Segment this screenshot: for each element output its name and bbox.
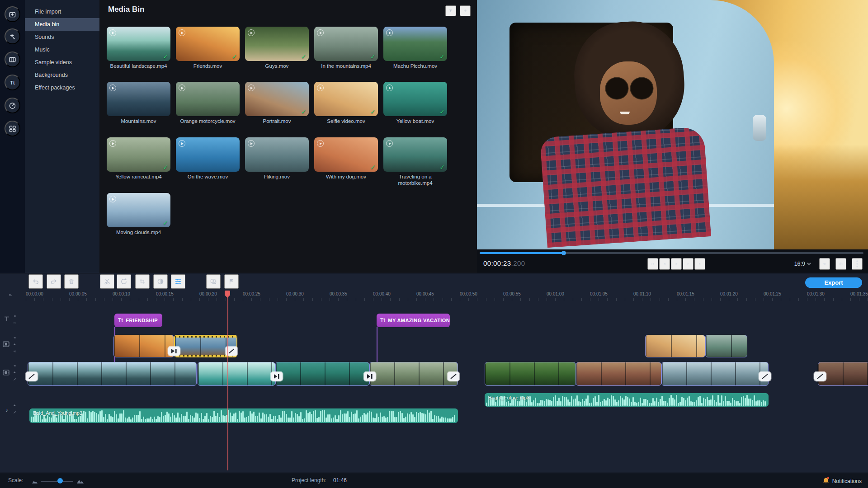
sidebar-item-file-import[interactable]: File import — [25, 5, 99, 18]
media-item[interactable]: ✓Yellow raincoat.mp4 — [107, 137, 170, 180]
rotate-button[interactable] — [117, 274, 131, 289]
media-thumbnail[interactable] — [245, 137, 309, 172]
media-item[interactable]: On the wave.mov — [176, 137, 240, 180]
media-thumbnail[interactable] — [176, 82, 240, 116]
previous-frame-button[interactable] — [659, 258, 670, 270]
transitions-icon[interactable] — [5, 52, 20, 67]
media-item[interactable]: ✓Beautiful landscape.mp4 — [107, 27, 170, 69]
timeline-scale-handle[interactable] — [57, 478, 63, 483]
media-thumbnail[interactable] — [107, 82, 170, 116]
preview-seek-bar[interactable] — [480, 252, 863, 254]
media-item[interactable]: ✓Portrait.mov — [245, 82, 309, 124]
media-item[interactable]: ✓In the mountains.mp4 — [314, 27, 378, 69]
audio-clip[interactable]: Bold_And_Young.mp3 — [29, 408, 458, 423]
media-item[interactable]: ✓Moving clouds.mp4 — [107, 193, 170, 235]
delete-button[interactable] — [64, 274, 79, 289]
sidebar-item-music[interactable]: Music — [25, 43, 99, 56]
filter-icon[interactable] — [445, 5, 456, 16]
titles-icon[interactable]: Tt — [5, 75, 20, 90]
media-thumbnail[interactable]: ✓ — [245, 27, 309, 61]
preview-video[interactable] — [477, 0, 868, 249]
video-clip-landscape[interactable] — [661, 362, 769, 386]
video-track-visibility-eye-icon[interactable] — [11, 362, 19, 369]
media-thumbnail[interactable]: ✓ — [107, 27, 170, 61]
filters-wand-icon[interactable] — [5, 28, 20, 44]
transition-icon[interactable] — [364, 372, 376, 381]
video-clip-forest[interactable] — [485, 362, 576, 386]
zoom-out-icon[interactable] — [31, 478, 38, 486]
title-clip[interactable]: Tt FRIENDSHIP — [114, 314, 162, 327]
transition-empty-icon[interactable] — [26, 372, 38, 381]
undo-button[interactable] — [28, 274, 43, 289]
audio-clip[interactable]: Bright_Future.mp3 — [485, 393, 769, 407]
media-item[interactable]: ✓Selfie video.mov — [314, 82, 378, 124]
media-item[interactable]: ✓With my dog.mov — [314, 137, 378, 180]
overlay-button[interactable] — [206, 274, 221, 289]
media-item[interactable]: ✓Yellow boat.mov — [383, 82, 447, 124]
sidebar-item-sample-videos[interactable]: Sample videos — [25, 56, 99, 69]
media-thumbnail[interactable] — [176, 137, 240, 172]
overlay-clip-friends[interactable] — [113, 335, 174, 357]
transition-empty-icon[interactable] — [448, 372, 459, 381]
split-scissors-button[interactable] — [100, 274, 114, 289]
title-clip[interactable]: Tt MY AMAZING VACATION — [377, 314, 450, 327]
timeline-ruler[interactable]: 00:00:0000:00:0500:00:1000:00:1500:00:20… — [0, 291, 868, 301]
title-track-link-icon[interactable] — [11, 319, 19, 326]
sidebar-item-media-bin[interactable]: Media bin — [25, 18, 99, 31]
media-thumbnail[interactable]: ✓ — [107, 193, 170, 227]
media-thumbnail[interactable]: ✓ — [176, 27, 240, 61]
seek-handle[interactable] — [561, 251, 566, 255]
playhead-line[interactable] — [227, 295, 228, 470]
redo-button[interactable] — [47, 274, 61, 289]
stickers-icon[interactable] — [5, 98, 20, 113]
media-thumbnail[interactable]: ✓ — [314, 137, 378, 172]
video-clip-teal-water[interactable] — [198, 362, 275, 386]
clip-properties-button[interactable] — [171, 274, 185, 289]
crop-button[interactable] — [135, 274, 150, 289]
overlay-track-link-icon[interactable] — [11, 347, 19, 355]
transition-empty-icon[interactable] — [814, 372, 826, 381]
more-tools-grid-icon[interactable] — [5, 121, 20, 136]
add-track-icon[interactable] — [6, 291, 14, 299]
media-thumbnail[interactable]: ✓ — [245, 82, 309, 116]
skip-to-end-button[interactable] — [694, 258, 705, 270]
video-clip-mountain-lake[interactable] — [28, 362, 197, 386]
notifications-button[interactable]: Notifications — [823, 477, 862, 485]
export-button[interactable]: Export — [805, 277, 862, 288]
transition-empty-icon[interactable] — [759, 372, 771, 381]
media-import-icon[interactable] — [5, 6, 20, 22]
media-item[interactable]: ✓Friends.mov — [176, 27, 240, 69]
skip-to-start-button[interactable] — [647, 258, 658, 270]
snapshot-camera-icon[interactable] — [835, 258, 846, 270]
media-thumbnail[interactable]: ✓ — [314, 82, 378, 116]
marker-flag-button[interactable] — [224, 274, 239, 289]
media-item[interactable]: Orange motorcycle.mov — [176, 82, 240, 124]
sidebar-item-effect-packages[interactable]: Effect packages — [25, 81, 99, 94]
media-item[interactable]: Mountains.mov — [107, 82, 170, 124]
volume-icon[interactable] — [819, 258, 830, 270]
timeline-scale-slider[interactable] — [41, 481, 73, 482]
sidebar-item-backgrounds[interactable]: Backgrounds — [25, 69, 99, 81]
color-adjust-button[interactable] — [153, 274, 168, 289]
sidebar-item-sounds[interactable]: Sounds — [25, 31, 99, 43]
video-clip-people[interactable] — [576, 362, 661, 386]
title-track-visibility-eye-icon[interactable] — [11, 312, 19, 319]
transition-icon[interactable] — [271, 372, 283, 381]
media-thumbnail[interactable]: ✓ — [383, 27, 447, 61]
overlay-clip-selfie[interactable] — [645, 335, 705, 357]
media-item[interactable]: ✓Machu Picchu.mov — [383, 27, 447, 69]
media-thumbnail[interactable]: ✓ — [383, 137, 447, 172]
video-clip-kayak[interactable] — [275, 362, 369, 386]
audio-track-sync-off-icon[interactable] — [11, 408, 19, 416]
media-item[interactable]: ✓Guys.mov — [245, 27, 309, 69]
media-thumbnail[interactable]: ✓ — [107, 137, 170, 172]
video-track-sync-off-icon[interactable] — [11, 375, 19, 383]
overlay-track-mute-speaker-icon[interactable] — [11, 341, 19, 348]
media-item[interactable]: Hiking.mov — [245, 137, 309, 180]
media-thumbnail[interactable]: ✓ — [383, 82, 447, 116]
video-track-mute-speaker-icon[interactable] — [11, 369, 19, 376]
audio-track-mute-speaker-icon[interactable] — [11, 402, 19, 409]
zoom-in-icon[interactable] — [75, 478, 85, 486]
overlay-track-visibility-eye-icon[interactable] — [11, 334, 19, 341]
aspect-ratio-selector[interactable]: 16:9 — [792, 260, 814, 267]
